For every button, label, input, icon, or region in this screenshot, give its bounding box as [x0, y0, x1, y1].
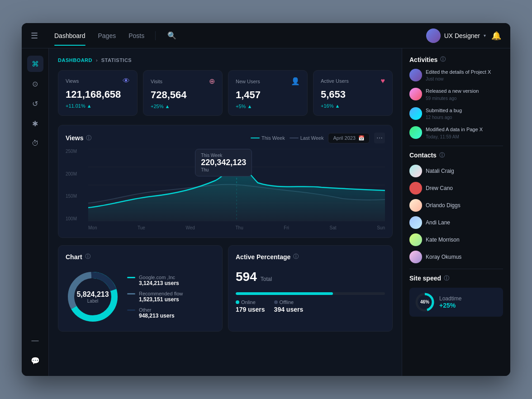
stat-label-visits: Visits ⊕ [151, 77, 215, 86]
visits-icon: ⊕ [209, 77, 215, 86]
nav-dashboard[interactable]: Dashboard [49, 29, 91, 42]
active-pct-info-icon[interactable]: ⓘ [293, 253, 299, 261]
sidebar-item-dashboard[interactable]: ⌘ [27, 56, 43, 72]
more-button[interactable]: ⋯ [374, 133, 385, 143]
activity-item-3: Modified A data in Page X Today, 11:59 A… [409, 126, 503, 139]
online-offline: Online 179 users Offline 394 users [236, 299, 385, 313]
contact-item-5[interactable]: Koray Okumus [409, 251, 503, 263]
donut-chart: 5,824,213 Label [66, 270, 120, 324]
right-panel: Activities ⓘ Edited the details of Proje… [402, 48, 510, 376]
sidebar: ⌘ ⊙ ↺ ✱ ⏱ — 💬 [22, 48, 49, 376]
activity-content-2: Submitted a bug 12 hours ago [426, 107, 462, 120]
contact-item-4[interactable]: Kate Morrison [409, 233, 503, 246]
activity-text-0: Edited the details of Project X [426, 69, 491, 76]
stat-change-activeusers: +16% ▲ [321, 103, 385, 109]
views-chart-header: Views ⓘ This Week Last Week A [66, 133, 385, 143]
search-icon[interactable]: 🔍 [165, 28, 179, 43]
active-pct-card: Active Percentage ⓘ 594 Total [228, 245, 393, 332]
online-item: Online 179 users [236, 299, 265, 313]
tooltip-day: Thu [201, 167, 246, 172]
legend-row-2: Other 948,213 users [127, 307, 183, 319]
sidebar-item-history[interactable]: ⏱ [27, 135, 43, 152]
active-total-label: Total [261, 276, 272, 282]
nav-links: Dashboard Pages Posts 🔍 [49, 28, 179, 43]
contact-name-0: Natali Craig [426, 168, 454, 174]
legend-info-1: Recommended flow 1,523,151 users [139, 291, 183, 303]
activity-avatar-0 [409, 69, 422, 81]
activity-time-2: 12 hours ago [426, 115, 462, 120]
avatar [426, 28, 441, 43]
nav-divider [155, 31, 156, 40]
notification-icon[interactable]: 🔔 [491, 31, 501, 41]
nav-posts[interactable]: Posts [123, 29, 150, 42]
speed-info: Loadtime +25% [439, 295, 498, 309]
chart-info-icon[interactable]: ⓘ [85, 253, 90, 261]
legend-name-2: Other [139, 307, 175, 313]
legend-lastweek: Last Week [290, 135, 324, 141]
tooltip-value: 220,342,123 [201, 158, 246, 167]
chart-section-title: Chart ⓘ [66, 253, 90, 261]
contact-item-0[interactable]: Natali Craig [409, 165, 503, 177]
activity-time-1: 59 minutes ago [426, 96, 479, 101]
activity-item-2: Submitted a bug 12 hours ago [409, 107, 503, 120]
speed-label: Loadtime [439, 295, 498, 302]
bottom-row: Chart ⓘ 5 [58, 245, 393, 339]
chart-section: Chart ⓘ 5 [58, 245, 223, 332]
sidebar-item-settings[interactable]: ✱ [27, 115, 43, 132]
activity-item-0: Edited the details of Project X Just now [409, 69, 503, 81]
calendar-icon: 📅 [358, 135, 365, 141]
sidebar-item-chat[interactable]: 💬 [27, 352, 43, 369]
offline-dot [274, 300, 278, 304]
date-picker[interactable]: April 2023 📅 [328, 133, 370, 143]
stat-value-activeusers: 5,653 [321, 89, 385, 100]
legend-color-2 [127, 309, 135, 311]
chart-area: 250M 200M 150M 100M This Week 220,342,12… [66, 149, 385, 230]
contact-item-2[interactable]: Orlando Diggs [409, 199, 503, 212]
activities-info-icon[interactable]: ⓘ [440, 56, 446, 63]
sidebar-item-minimize[interactable]: — [27, 332, 43, 349]
activity-content-0: Edited the details of Project X Just now [426, 69, 491, 81]
progress-fill [236, 292, 333, 295]
contact-name-2: Orlando Diggs [426, 202, 461, 209]
contact-avatar-3 [409, 216, 422, 229]
views-info-icon[interactable]: ⓘ [86, 134, 91, 142]
donut-value: 5,824,213 [76, 290, 109, 299]
user-info[interactable]: UX Designer ▾ [426, 28, 486, 43]
nav-pages[interactable]: Pages [93, 29, 122, 42]
chart-section-header: Chart ⓘ [66, 253, 215, 261]
sidebar-item-refresh[interactable]: ↺ [27, 95, 43, 112]
contact-item-3[interactable]: Andi Lane [409, 216, 503, 229]
app-container: ☰ Dashboard Pages Posts 🔍 UX Designer ▾ … [22, 23, 510, 376]
stat-cards: Views 👁 121,168,658 +11.01% ▲ Visits ⊕ 7… [58, 70, 393, 116]
legend-color-0 [127, 277, 135, 278]
donut-label: Label [87, 299, 98, 304]
contact-avatar-4 [409, 233, 422, 246]
activeusers-icon: ♥ [381, 77, 385, 85]
site-speed-info-icon[interactable]: ⓘ [444, 275, 449, 282]
breadcrumb-parent[interactable]: DASHBOARD [58, 57, 92, 63]
views-chart-card: Views ⓘ This Week Last Week A [58, 125, 393, 238]
divider-contacts-speed [409, 269, 503, 269]
donut-legend: Google.com ,Inc 3,124,213 users Recommen… [127, 275, 183, 319]
online-label: Online [236, 299, 265, 305]
breadcrumb: DASHBOARD › STATISTICS [58, 57, 393, 63]
top-nav: ☰ Dashboard Pages Posts 🔍 UX Designer ▾ … [22, 23, 510, 48]
newusers-icon: 👤 [291, 77, 300, 86]
contact-item-1[interactable]: Drew Cano [409, 182, 503, 195]
stat-value-visits: 728,564 [151, 89, 215, 101]
legend-name-0: Google.com ,Inc [139, 275, 179, 280]
sidebar-item-analytics[interactable]: ⊙ [27, 76, 43, 92]
stat-change-newusers: +5% ▲ [236, 104, 300, 109]
activity-time-0: Just now [426, 76, 491, 81]
hamburger-icon[interactable]: ☰ [31, 31, 38, 41]
donut-container: 5,824,213 Label Google.com ,Inc 3,124,21… [66, 266, 215, 324]
activity-text-1: Released a new version [426, 88, 479, 95]
breadcrumb-separator: › [96, 57, 98, 63]
stat-value-newusers: 1,457 [236, 89, 300, 101]
contacts-info-icon[interactable]: ⓘ [439, 152, 445, 159]
speed-donut: 46% [415, 292, 435, 312]
tooltip-label: This Week [201, 153, 246, 158]
body-layout: ⌘ ⊙ ↺ ✱ ⏱ — 💬 DASHBOARD › STATISTICS [22, 48, 510, 376]
contact-name-4: Kate Morrison [426, 237, 460, 243]
activity-content-1: Released a new version 59 minutes ago [426, 88, 479, 100]
